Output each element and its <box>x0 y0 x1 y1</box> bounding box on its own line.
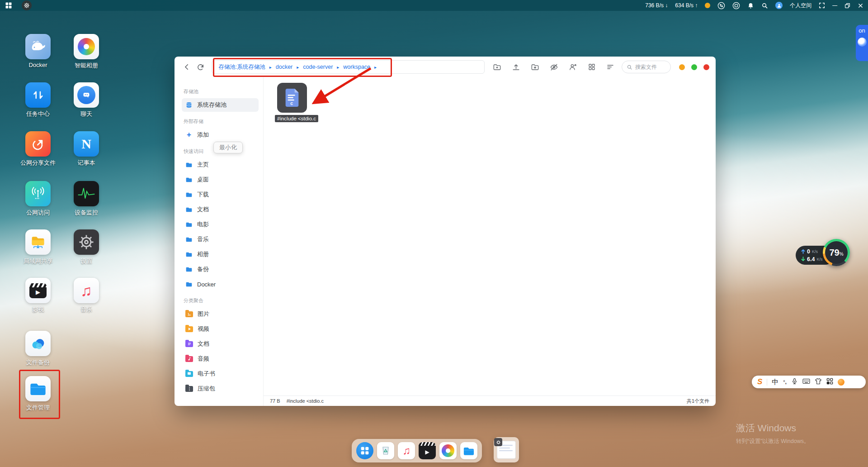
ime-emoji-icon[interactable] <box>838 379 844 386</box>
sogou-logo-icon[interactable]: S <box>757 377 762 386</box>
settings-badge-icon <box>494 438 502 446</box>
minimize-light-button[interactable] <box>679 64 685 70</box>
sidebar-item-audio[interactable]: 音频 <box>182 352 259 366</box>
desktop-icon-smart-album[interactable]: 智能相册 <box>64 34 109 70</box>
dock-photos-icon[interactable] <box>439 442 457 459</box>
sidebar-item-backup[interactable]: 备份 <box>182 262 259 276</box>
desktop-icon-device-monitor[interactable]: 设备监控 <box>64 181 109 217</box>
maximize-light-button[interactable] <box>691 64 697 70</box>
sidebar-item-desktop[interactable]: 桌面 <box>182 173 259 186</box>
file-item[interactable]: c <box>277 83 307 113</box>
search-input[interactable]: 搜索文件 <box>622 61 671 73</box>
dock-music-icon[interactable]: ♫ <box>398 442 415 459</box>
bell-icon[interactable] <box>747 2 754 9</box>
avatar[interactable] <box>775 2 783 9</box>
breadcrumb-workspace[interactable]: workspace <box>343 64 370 70</box>
share-arrow-icon <box>25 131 51 157</box>
clapperboard-icon: ▶ <box>25 278 51 303</box>
sidebar-item-music[interactable]: 音乐 <box>182 233 259 246</box>
desktop-icon-label: 局域网共享 <box>15 257 61 265</box>
ime-mode-toggle[interactable]: 中 <box>772 378 778 386</box>
sidebar-item-ebooks[interactable]: 电子书 <box>182 367 259 381</box>
upload-icon[interactable] <box>512 63 520 71</box>
desktop-icon-file-manager[interactable]: 文件管理 <box>15 376 61 412</box>
address-bar[interactable]: 存储池:系统存储池 ▸ docker ▸ code-server ▸ works… <box>212 60 485 74</box>
search-icon[interactable] <box>761 2 768 9</box>
folder-up-icon[interactable] <box>531 63 539 71</box>
app-grid-icon[interactable] <box>5 2 12 9</box>
back-icon[interactable] <box>181 61 192 73</box>
sidebar-item-docker[interactable]: Docker <box>182 277 259 291</box>
user-space-label[interactable]: 个人空间 <box>790 2 811 10</box>
desktop-icon-docker[interactable]: Docker <box>15 34 61 68</box>
sidebar-item-documents[interactable]: 文档 <box>182 203 259 216</box>
desktop-icon-notes[interactable]: N 记事本 <box>64 131 109 167</box>
docs-icon <box>185 341 193 347</box>
minimize-button[interactable]: ─ <box>832 3 837 8</box>
sidebar-item-movies[interactable]: 电影 <box>182 218 259 231</box>
desktop-icon-label: 记事本 <box>64 159 109 167</box>
system-monitor-widget[interactable]: 0 K/s 6.4 K/s 79 % <box>796 239 850 267</box>
desktop-icon-movies[interactable]: ▶ 影视 <box>15 278 61 314</box>
usage-ring: 79 % <box>823 239 850 266</box>
gear-icon <box>74 229 99 255</box>
edge-floating-widget[interactable]: on <box>856 25 868 61</box>
breadcrumb-code-server[interactable]: code-server <box>303 64 333 70</box>
refresh-icon[interactable] <box>195 61 206 73</box>
dock-launcher-icon[interactable] <box>356 442 373 459</box>
view-grid-icon[interactable] <box>588 63 596 71</box>
c-file-icon: c <box>284 88 300 108</box>
sidebar-item-docs[interactable]: 文档 <box>182 337 259 351</box>
status-file-count: 共1个文件 <box>687 398 709 405</box>
close-button[interactable] <box>858 3 863 9</box>
desktop-icon-remote-access[interactable]: 公网访问 <box>15 181 61 217</box>
desktop-icon-lan-share[interactable]: 局域网共享 <box>15 229 61 265</box>
new-folder-icon[interactable] <box>493 63 501 71</box>
desktop-icon-music[interactable]: ♫ 音乐 <box>64 278 109 314</box>
breadcrumb-root[interactable]: 存储池:系统存储池 <box>218 63 265 71</box>
microphone-icon[interactable] <box>791 378 798 386</box>
skin-icon[interactable] <box>815 378 822 386</box>
dock-files-icon[interactable] <box>460 442 477 459</box>
dock-video-icon[interactable]: ▶ <box>419 442 436 459</box>
ime-menu-icon[interactable] <box>826 378 833 386</box>
restore-button[interactable] <box>844 3 850 9</box>
fullscreen-icon[interactable] <box>819 2 825 9</box>
breadcrumb-docker[interactable]: docker <box>276 64 293 70</box>
keyboard-icon[interactable] <box>802 378 810 386</box>
edge-widget-globe-icon <box>858 38 867 47</box>
status-bar: 77 B #include <stdio.c 共1个文件 <box>264 396 716 406</box>
dock-trash-icon[interactable] <box>377 442 394 459</box>
transfer-circle-icon[interactable] <box>717 2 725 10</box>
punctuation-icon[interactable]: °, <box>783 380 786 385</box>
share-user-icon[interactable] <box>569 63 577 71</box>
desktop-icon-public-share[interactable]: 公网分享文件 <box>15 131 61 167</box>
desktop-icon-label: 智能相册 <box>64 62 109 70</box>
record-circle-icon[interactable] <box>732 2 740 10</box>
sidebar-item-system-pool[interactable]: 系统存储池 <box>182 98 259 112</box>
sidebar-item-home[interactable]: 主页 <box>182 158 259 172</box>
desktop-icon-task-center[interactable]: 任务中心 <box>15 82 61 118</box>
folder-icon <box>185 162 193 168</box>
dock-minimized-window[interactable] <box>494 437 519 462</box>
file-name-label[interactable]: #include <stdio.c <box>275 115 318 122</box>
desktop-icon-file-backup[interactable]: 文件备份 <box>15 331 61 367</box>
helm-gear-icon[interactable] <box>22 0 32 10</box>
desktop-icon-settings[interactable]: 设置 <box>64 229 109 265</box>
file-pane[interactable]: c #include <stdio.c 77 B #include <stdio… <box>264 77 716 406</box>
sidebar-item-videos[interactable]: 视频 <box>182 322 259 336</box>
sort-icon[interactable] <box>606 63 614 71</box>
desktop-icon-chat[interactable]: 聊天 <box>64 82 109 118</box>
sidebar-item-archives[interactable]: 压缩包 <box>182 382 259 396</box>
file-manager-window: 存储池:系统存储池 ▸ docker ▸ code-server ▸ works… <box>175 57 716 406</box>
sidebar-item-downloads[interactable]: 下载 <box>182 188 259 201</box>
close-light-button[interactable] <box>703 64 709 70</box>
sidebar-item-pictures[interactable]: 图片 <box>182 307 259 321</box>
folder-icon <box>185 281 193 287</box>
sidebar-item-add-external[interactable]: + 添加 <box>182 128 259 142</box>
sidebar-item-albums[interactable]: 相册 <box>182 248 259 261</box>
toggle-hidden-icon[interactable] <box>550 63 558 71</box>
status-dot-icon[interactable] <box>705 3 710 8</box>
status-file-size: 77 B <box>270 398 280 404</box>
window-thumbnail <box>497 441 516 459</box>
